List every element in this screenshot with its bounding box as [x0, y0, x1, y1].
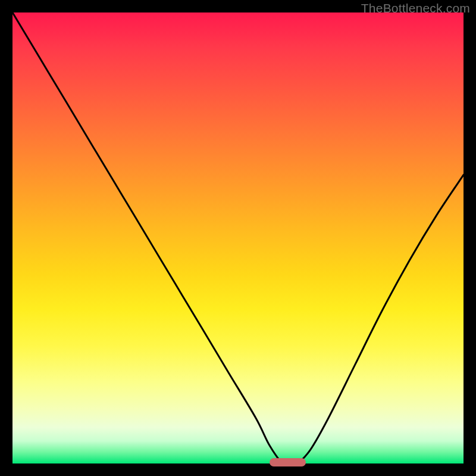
bottleneck-curve — [12, 12, 464, 464]
plot-area — [12, 12, 464, 464]
optimal-range-marker — [270, 458, 306, 466]
chart-container: TheBottleneck.com — [0, 0, 476, 476]
